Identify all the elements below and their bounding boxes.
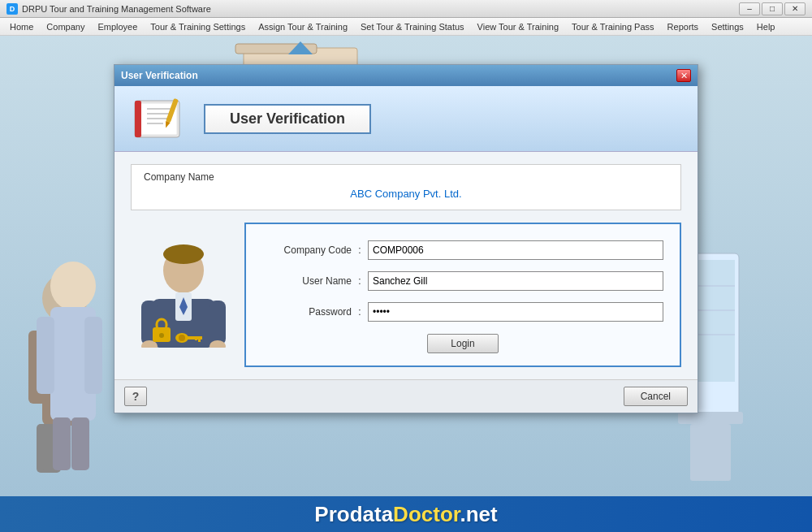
menu-reports[interactable]: Reports: [661, 20, 706, 33]
cancel-button[interactable]: Cancel: [624, 387, 688, 406]
user-verification-dialog: User Verification ✕: [114, 64, 698, 413]
verification-title: User Verification: [204, 104, 371, 134]
bottom-banner: ProdataDoctor.net: [0, 496, 812, 532]
company-code-row: Company Code :: [262, 240, 663, 260]
company-code-input[interactable]: [368, 240, 663, 260]
menu-help[interactable]: Help: [750, 20, 782, 33]
username-input[interactable]: [368, 271, 663, 291]
login-button[interactable]: Login: [427, 334, 498, 353]
company-name-value: ABC Company Pvt. Ltd.: [144, 188, 668, 200]
menu-home[interactable]: Home: [3, 20, 40, 33]
password-colon: :: [352, 306, 368, 318]
svg-rect-37: [209, 301, 226, 345]
main-background: User Verification ✕: [0, 36, 812, 532]
username-row: User Name :: [262, 271, 663, 291]
menu-view-tour[interactable]: View Tour & Training: [471, 20, 565, 33]
window-close-button[interactable]: ✕: [784, 2, 806, 15]
dialog-titlebar: User Verification ✕: [114, 65, 698, 86]
help-button[interactable]: ?: [124, 387, 147, 406]
svg-rect-46: [198, 336, 201, 342]
menu-assign-tour[interactable]: Assign Tour & Training: [252, 20, 354, 33]
form-area: Company Code : User Name : Password :: [131, 223, 681, 367]
dialog-footer: ? Cancel: [114, 379, 698, 413]
svg-point-44: [179, 335, 185, 341]
menu-employee[interactable]: Employee: [91, 20, 144, 33]
title-bar: D DRPU Tour and Training Management Soft…: [0, 0, 812, 18]
dialog-close-button[interactable]: ✕: [676, 69, 691, 82]
menu-company[interactable]: Company: [40, 20, 91, 33]
dialog-title: User Verification: [121, 70, 676, 81]
svg-point-32: [163, 244, 204, 264]
dialog-header: User Verification: [114, 86, 698, 152]
menu-tour-training-settings[interactable]: Tour & Training Settings: [144, 20, 252, 33]
menu-settings[interactable]: Settings: [705, 20, 750, 33]
login-button-row: Login: [262, 334, 663, 353]
password-row: Password :: [262, 302, 663, 322]
form-box: Company Code : User Name : Password :: [244, 223, 681, 367]
app-icon: D: [6, 3, 18, 15]
dialog-body: Company Name ABC Company Pvt. Ltd.: [114, 152, 698, 379]
username-label: User Name: [262, 275, 352, 287]
company-name-section: Company Name ABC Company Pvt. Ltd.: [131, 164, 681, 210]
password-label: Password: [262, 306, 352, 318]
password-input[interactable]: [368, 302, 663, 322]
company-code-label: Company Code: [262, 244, 352, 256]
minimize-button[interactable]: –: [739, 2, 760, 15]
header-icon-area: [127, 94, 192, 143]
banner-highlight: Doctor: [393, 502, 460, 526]
banner-text: ProdataDoctor.net: [314, 502, 497, 527]
banner-plain: Prodata: [314, 502, 393, 526]
svg-rect-24: [135, 101, 141, 137]
menu-set-status[interactable]: Set Tour & Training Status: [354, 20, 471, 33]
company-label: Company Name: [144, 171, 668, 183]
avatar-area: [131, 223, 236, 367]
title-bar-text: DRPU Tour and Training Management Softwa…: [22, 4, 739, 14]
username-colon: :: [352, 275, 368, 287]
title-bar-controls: – □ ✕: [739, 2, 806, 15]
company-code-colon: :: [352, 244, 368, 256]
user-avatar-icon: [135, 242, 232, 348]
menu-bar: Home Company Employee Tour & Training Se…: [0, 18, 812, 36]
notebook-icon: [131, 97, 188, 141]
svg-point-42: [159, 333, 164, 338]
svg-rect-47: [195, 336, 197, 340]
menu-tour-pass[interactable]: Tour & Training Pass: [565, 20, 661, 33]
maximize-button[interactable]: □: [762, 2, 783, 15]
dialog-overlay: User Verification ✕: [0, 36, 812, 532]
banner-suffix: .net: [460, 502, 497, 526]
